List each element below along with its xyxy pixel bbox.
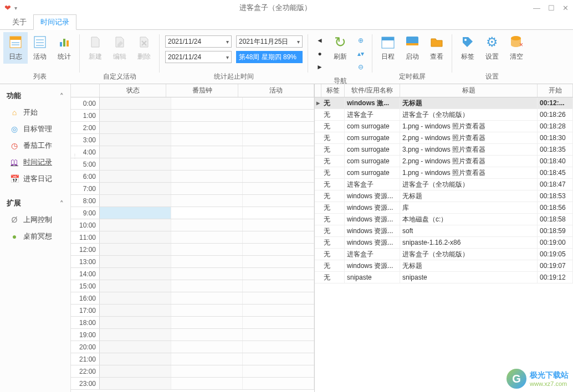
log-row[interactable]: 无com surrogate3.png - windows 照片查看器00:18… — [315, 144, 573, 156]
time-row[interactable]: 13:00 — [71, 256, 314, 268]
time-row[interactable]: 21:00 — [71, 353, 314, 365]
log-button[interactable]: 日志 — [3, 32, 28, 64]
ribbon-group-settings: 标签 ⚙ 设置 × 清空 设置 — [452, 30, 532, 84]
log-row[interactable]: 无进客盒子进客盒子（全功能版）00:18:26 — [315, 109, 573, 121]
sidebar-item-timelog[interactable]: 🕮时间记录 — [0, 154, 70, 171]
time-row[interactable]: 11:00 — [71, 231, 314, 244]
close-button[interactable]: ✕ — [562, 4, 569, 12]
log-row[interactable]: 无进客盒子进客盒子（全功能版）00:19:05 — [315, 249, 573, 260]
col-activity[interactable]: 活动 — [238, 84, 314, 97]
nav-next-button[interactable]: ► — [314, 61, 326, 73]
ribbon-group-stattime: 2021/11/24▾ 2021/11/24▾ 2021年11月25日▾ 第48… — [160, 30, 308, 84]
col-start[interactable]: 开始 — [538, 84, 573, 97]
time-row[interactable]: 5:00 — [71, 158, 314, 171]
sidebar-item-net[interactable]: Ø上网控制 — [0, 212, 70, 228]
meditate-icon: ● — [10, 232, 19, 241]
date-to-input[interactable]: 2021/11/24▾ — [165, 51, 232, 63]
week-display[interactable]: 第48周 星期四 89% — [236, 51, 303, 63]
sidebar-item-home[interactable]: ⌂开始 — [0, 104, 70, 121]
time-row[interactable]: 23:00 — [71, 378, 314, 390]
database-clear-icon: × — [509, 34, 524, 50]
log-row[interactable]: 无com surrogate2.png - windows 照片查看器00:18… — [315, 132, 573, 144]
time-row[interactable]: 20:00 — [71, 341, 314, 353]
calendar-button[interactable]: 日程 — [376, 32, 400, 64]
tab-about[interactable]: 关于 — [6, 15, 33, 29]
time-row[interactable]: 15:00 — [71, 280, 314, 292]
sidebar-header-ext[interactable]: 扩展 ˄ — [0, 195, 70, 212]
view-button[interactable]: 查看 — [424, 32, 449, 64]
cell-tag: 无 — [321, 237, 345, 249]
time-row[interactable]: 1:00 — [71, 110, 314, 122]
time-row[interactable]: 14:00 — [71, 268, 314, 280]
log-row[interactable]: 无com surrogate1.png - windows 照片查看器00:18… — [315, 121, 573, 132]
time-row[interactable]: 22:00 — [71, 365, 314, 378]
minimize-button[interactable]: — — [533, 4, 540, 12]
nav-today-button[interactable]: ● — [314, 48, 326, 60]
time-row[interactable]: 18:00 — [71, 317, 314, 329]
date-display-input[interactable]: 2021年11月25日▾ — [236, 35, 303, 48]
time-row[interactable]: 6:00 — [71, 171, 314, 183]
time-row[interactable]: 17:00 — [71, 305, 314, 317]
sidebar-item-diary[interactable]: 📅进客日记 — [0, 171, 70, 187]
tab-timelog[interactable]: 时间记录 — [33, 14, 76, 30]
collapse-button[interactable]: ▴▾ — [355, 48, 367, 60]
sidebar-item-tomato[interactable]: ◷番茄工作 — [0, 137, 70, 154]
time-label: 9:00 — [71, 207, 100, 219]
time-row[interactable]: 16:00 — [71, 292, 314, 305]
nav-prev-button[interactable]: ◄ — [314, 34, 326, 47]
time-row[interactable]: 4:00 — [71, 146, 314, 158]
sidebar-item-target[interactable]: ◎目标管理 — [0, 121, 70, 137]
cell-app: snipaste — [345, 272, 400, 283]
time-row[interactable]: 0:00 — [71, 97, 314, 110]
time-row[interactable]: 10:00 — [71, 219, 314, 231]
time-row[interactable]: 9:00 — [71, 207, 314, 219]
delete-button[interactable]: 删除 — [132, 32, 156, 64]
log-row[interactable]: 无windows 资源...snipaste-1.16.2-x8600:19:0… — [315, 237, 573, 249]
cell-app: windows 资源... — [345, 237, 400, 249]
time-row[interactable]: 2:00 — [71, 122, 314, 134]
log-row[interactable]: 无windows 资源...本地磁盘（c:）00:18:58 — [315, 214, 573, 225]
col-pomodoro[interactable]: 番茄钟 — [166, 84, 238, 97]
log-row[interactable]: 无windows 资源...无标题00:19:07 — [315, 260, 573, 272]
ribbon-group-custom: 新建 编辑 删除 自定义活动 — [80, 30, 160, 84]
date-from-input[interactable]: 2021/11/24▾ — [165, 35, 232, 48]
log-row[interactable]: 无windows 资源...soft00:18:59 — [315, 225, 573, 237]
col-app[interactable]: 软件/应用名称 — [345, 84, 400, 97]
sidebar-header-func[interactable]: 功能 ˄ — [0, 87, 70, 104]
log-row[interactable]: 无snipastesnipaste00:19:12 — [315, 272, 573, 283]
settings-button[interactable]: ⚙ 设置 — [480, 32, 504, 64]
refresh-button[interactable]: ↻ 刷新 — [328, 32, 352, 64]
log-row[interactable]: 无com surrogate2.png - windows 照片查看器00:18… — [315, 156, 573, 167]
target-icon: ◎ — [10, 125, 19, 133]
time-row[interactable]: 19:00 — [71, 329, 314, 341]
log-row[interactable]: 无com surrogate1.png - windows 照片查看器00:18… — [315, 167, 573, 179]
time-row[interactable]: 8:00 — [71, 195, 314, 207]
log-row[interactable]: ▸无windows 激...无标题00:12:... — [315, 97, 573, 109]
sidebar-item-label: 上网控制 — [23, 215, 52, 225]
time-row[interactable]: 3:00 — [71, 134, 314, 146]
zoom-out-button[interactable]: ⊖ — [355, 61, 367, 73]
cell-title: 库 — [400, 202, 538, 214]
edit-button[interactable]: 编辑 — [108, 32, 132, 64]
col-title[interactable]: 标题 — [400, 84, 538, 97]
log-row[interactable]: 无进客盒子进客盒子（全功能版）00:18:47 — [315, 179, 573, 190]
log-row[interactable]: 无windows 资源...无标题00:18:53 — [315, 190, 573, 202]
time-row[interactable]: 7:00 — [71, 183, 314, 195]
time-row[interactable]: 12:00 — [71, 244, 314, 256]
tag-button[interactable]: 标签 — [456, 32, 480, 64]
cell-start: 00:19:07 — [538, 260, 573, 272]
drag-handle-icon[interactable]: ⋮ — [72, 155, 77, 157]
start-button[interactable]: 启动 — [400, 32, 424, 64]
col-status[interactable]: 状态 — [100, 84, 166, 97]
stats-button[interactable]: 统计 — [52, 32, 76, 64]
log-row[interactable]: 无windows 资源...库00:18:56 — [315, 202, 573, 214]
clear-button[interactable]: × 清空 — [504, 32, 529, 64]
maximize-button[interactable]: ☐ — [548, 4, 555, 12]
sidebar-item-meditate[interactable]: ●桌前冥想 — [0, 228, 70, 245]
activity-button[interactable]: 活动 — [28, 32, 52, 64]
zoom-in-button[interactable]: ⊕ — [355, 34, 367, 47]
cell-app: windows 资源... — [345, 260, 400, 272]
new-button[interactable]: 新建 — [83, 32, 108, 64]
cell-tag: 无 — [321, 97, 345, 109]
cell-tag: 无 — [321, 249, 345, 260]
